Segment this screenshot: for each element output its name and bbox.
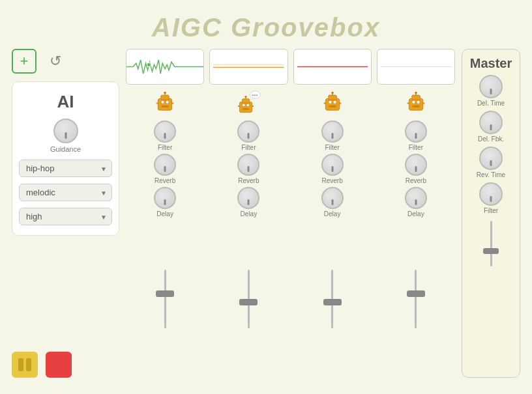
guidance-label: Guidance (50, 145, 81, 153)
filter-knob-ch4-ctrl[interactable] (405, 120, 427, 143)
svg-point-22 (246, 104, 250, 107)
svg-rect-41 (413, 106, 420, 107)
waveform-row (126, 49, 455, 85)
reverb-knob-ch2-ctrl[interactable] (237, 154, 259, 176)
delay-knob-ch4-ctrl[interactable] (405, 187, 427, 209)
svg-point-45 (415, 91, 417, 94)
channel-1: Filter Reverb Delay (126, 89, 204, 378)
pause-bar-left (18, 358, 23, 371)
delay-knob-ch2: Delay (237, 187, 259, 218)
channel-3: Filter Reverb Delay (293, 89, 372, 378)
del-fbk-knob[interactable] (479, 111, 503, 134)
add-button[interactable]: + (12, 49, 37, 74)
master-fader-track (490, 221, 492, 266)
filter-knob-ch1-ctrl[interactable] (154, 120, 176, 143)
svg-rect-28 (325, 98, 339, 110)
pause-button[interactable] (12, 352, 38, 378)
filter-knob-ch3-ctrl[interactable] (321, 120, 344, 143)
svg-point-27 (245, 96, 247, 98)
robot-icon-ch1 (151, 89, 180, 118)
master-fader-thumb[interactable] (483, 248, 499, 254)
reverb-knob-ch3: Reverb (321, 154, 344, 184)
master-filter-knob-row: Filter (479, 182, 503, 214)
fader-ch4 (415, 220, 417, 378)
svg-point-36 (331, 91, 334, 94)
reverb-knob-ch4: Reverb (405, 154, 427, 184)
delay-knob-ch4: Delay (405, 187, 427, 218)
fader-thumb-ch2[interactable] (239, 299, 258, 305)
reverb-label-ch2: Reverb (238, 177, 259, 184)
intensity-dropdown-wrapper: low medium high ▼ (19, 208, 112, 225)
fader-ch3 (331, 220, 333, 378)
reverb-label-ch3: Reverb (322, 177, 343, 184)
svg-rect-9 (162, 106, 169, 107)
svg-point-7 (161, 100, 164, 104)
delay-label-ch2: Delay (241, 210, 258, 218)
delay-knob-ch1: Delay (154, 187, 176, 218)
waveform-ch4[interactable] (377, 49, 455, 85)
guidance-knob[interactable] (53, 119, 78, 143)
filter-knob-ch4: Filter (405, 120, 427, 151)
reverb-knob-ch3-ctrl[interactable] (321, 154, 344, 176)
bottom-controls (12, 352, 119, 378)
svg-point-31 (333, 100, 336, 104)
filter-knob-ch1: Filter (154, 120, 176, 151)
svg-point-21 (243, 104, 246, 107)
ai-panel: AI Guidance hip-hop jazz rock electronic… (12, 81, 119, 236)
robot-icon-ch2 (234, 89, 263, 118)
center-panel: Filter Reverb Delay (126, 49, 455, 378)
filter-label-ch4: Filter (409, 144, 423, 151)
svg-point-16 (254, 94, 256, 96)
reverb-label-ch1: Reverb (155, 177, 175, 184)
delay-knob-ch3-ctrl[interactable] (321, 187, 344, 209)
del-fbk-knob-row: Del. Fbk. (478, 111, 504, 143)
ai-label: AI (57, 92, 74, 112)
stop-button[interactable] (46, 352, 72, 378)
svg-point-15 (252, 94, 254, 96)
guidance-knob-container: Guidance (50, 119, 81, 153)
pause-bar-right (26, 358, 31, 371)
rev-time-knob-row: Rev. Time (477, 147, 505, 178)
del-time-knob-row: Del. Time (477, 75, 505, 107)
waveform-ch2[interactable] (209, 49, 288, 85)
fader-track-ch1 (164, 270, 166, 328)
fader-track-ch2 (248, 270, 250, 328)
master-filter-knob[interactable] (479, 182, 503, 206)
undo-button[interactable]: ↺ (43, 49, 68, 74)
del-time-knob[interactable] (479, 75, 503, 98)
filter-knob-ch2: Filter (237, 120, 259, 151)
app-container: AIGC Groovebox + ↺ AI Guidance hip-hop j… (5, 7, 527, 387)
channels-row: Filter Reverb Delay (126, 89, 455, 378)
delay-knob-ch2-ctrl[interactable] (237, 187, 259, 209)
toolbar: + ↺ (12, 49, 119, 74)
reverb-knob-ch1-ctrl[interactable] (154, 154, 176, 176)
filter-label-ch3: Filter (325, 144, 340, 151)
svg-rect-32 (329, 106, 336, 107)
fader-thumb-ch4[interactable] (407, 290, 425, 297)
fader-track-ch3 (331, 270, 333, 328)
filter-label-ch1: Filter (158, 144, 172, 151)
robot-icon-ch4 (401, 89, 430, 118)
svg-rect-29 (328, 95, 336, 100)
svg-rect-6 (161, 95, 169, 100)
genre-dropdown[interactable]: hip-hop jazz rock electronic (19, 160, 112, 177)
svg-rect-20 (243, 98, 250, 102)
waveform-ch3[interactable] (293, 49, 372, 85)
fader-thumb-ch3[interactable] (323, 299, 342, 305)
delay-knob-ch1-ctrl[interactable] (154, 187, 176, 209)
fader-thumb-ch1[interactable] (156, 290, 174, 297)
rev-time-knob[interactable] (479, 147, 503, 170)
svg-rect-19 (240, 102, 252, 112)
svg-point-39 (412, 100, 415, 104)
filter-knob-ch2-ctrl[interactable] (237, 120, 259, 143)
master-filter-label: Filter (484, 207, 498, 214)
reverb-knob-ch4-ctrl[interactable] (405, 154, 427, 176)
waveform-ch1[interactable] (126, 49, 204, 85)
mood-dropdown[interactable]: melodic energetic calm dark (19, 184, 112, 201)
app-title: AIGC Groovebox (12, 13, 520, 42)
intensity-dropdown[interactable]: low medium high (19, 208, 112, 225)
del-time-label: Del. Time (477, 100, 505, 107)
svg-point-30 (328, 100, 331, 104)
genre-dropdown-wrapper: hip-hop jazz rock electronic ▼ (19, 160, 112, 177)
channel-2: Filter Reverb Delay (209, 89, 288, 378)
